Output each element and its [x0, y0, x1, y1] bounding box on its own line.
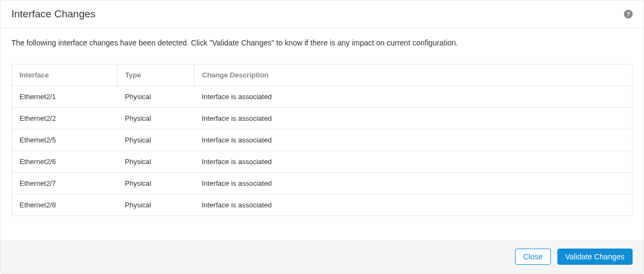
- column-header-type: Type: [118, 64, 194, 86]
- table-row: Ethernet2/8 Physical Interface is associ…: [12, 194, 633, 216]
- table-row: Ethernet2/7 Physical Interface is associ…: [12, 172, 633, 194]
- cell-interface: Ethernet2/7: [12, 172, 118, 194]
- interface-changes-table: Interface Type Change Description Ethern…: [11, 64, 633, 216]
- cell-type: Physical: [118, 107, 194, 129]
- cell-type: Physical: [118, 151, 194, 172]
- cell-type: Physical: [118, 129, 194, 151]
- table-row: Ethernet2/6 Physical Interface is associ…: [12, 151, 633, 172]
- cell-change-description: Interface is associated: [194, 151, 633, 172]
- cell-change-description: Interface is associated: [194, 129, 633, 151]
- dialog-content: The following interface changes have bee…: [1, 28, 643, 227]
- cell-change-description: Interface is associated: [194, 194, 633, 216]
- cell-type: Physical: [118, 86, 194, 107]
- description-text: The following interface changes have bee…: [11, 38, 633, 49]
- cell-type: Physical: [118, 172, 194, 194]
- cell-interface: Ethernet2/2: [12, 107, 118, 129]
- dialog-footer: Close Validate Changes: [1, 240, 643, 273]
- cell-change-description: Interface is associated: [194, 172, 633, 194]
- cell-interface: Ethernet2/5: [12, 129, 118, 151]
- cell-change-description: Interface is associated: [194, 107, 633, 129]
- cell-change-description: Interface is associated: [194, 86, 633, 107]
- cell-interface: Ethernet2/1: [12, 86, 118, 107]
- table-row: Ethernet2/2 Physical Interface is associ…: [12, 107, 633, 129]
- dialog-header: Interface Changes ?: [1, 1, 643, 28]
- table-row: Ethernet2/1 Physical Interface is associ…: [12, 86, 633, 107]
- table-row: Ethernet2/5 Physical Interface is associ…: [12, 129, 633, 151]
- validate-changes-button[interactable]: Validate Changes: [557, 249, 633, 265]
- cell-interface: Ethernet2/8: [12, 194, 118, 216]
- column-header-interface: Interface: [12, 64, 118, 86]
- column-header-change-description: Change Description: [194, 64, 633, 86]
- help-icon[interactable]: ?: [624, 10, 633, 18]
- cell-type: Physical: [118, 194, 194, 216]
- cell-interface: Ethernet2/6: [12, 151, 118, 172]
- close-button[interactable]: Close: [515, 249, 551, 265]
- dialog-title: Interface Changes: [11, 8, 95, 20]
